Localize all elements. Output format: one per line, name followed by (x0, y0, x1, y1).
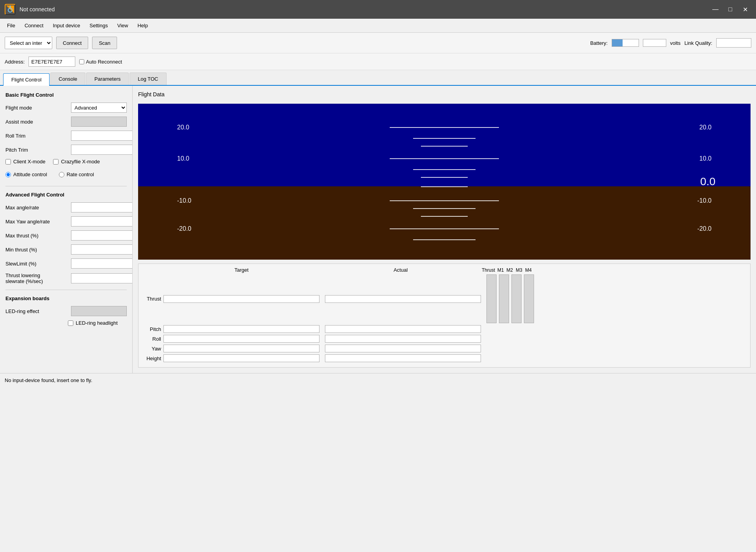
tab-flight-control[interactable]: Flight Control (3, 73, 50, 86)
address-input[interactable] (28, 57, 75, 67)
slew-limit-input[interactable]: 45.00 (71, 258, 133, 269)
battery-label: Battery: (590, 40, 608, 46)
basic-section-title: Basic Flight Control (5, 92, 127, 98)
minimize-button[interactable]: — (709, 5, 722, 14)
telem-target-bar-height (163, 354, 319, 362)
thrust-lowering-label2: slewrate (%/sec) (5, 278, 68, 284)
auto-reconnect-checkbox[interactable] (79, 59, 84, 64)
assist-mode-row: Assist mode (5, 117, 127, 127)
thrust-motor-label: Thrust (482, 267, 495, 273)
thrust-lowering-label: Thrust lowering (5, 272, 68, 278)
telem-label-pitch: Pitch (142, 326, 161, 332)
section-divider-2 (5, 290, 127, 290)
min-thrust-input[interactable]: 25.00 (71, 244, 133, 255)
crazyflie-xmode-label: Crazyflie X-mode (61, 159, 100, 165)
pitch-trim-input[interactable]: 0.00 (71, 145, 133, 155)
tab-parameters[interactable]: Parameters (86, 73, 129, 85)
battery-bar (612, 39, 639, 47)
max-angle-label: Max angle/rate (5, 205, 68, 211)
pitch-line (413, 169, 476, 170)
roll-trim-row: Roll Trim 0.00 ▲ ▼ (5, 131, 127, 141)
menu-connect[interactable]: Connect (21, 21, 47, 30)
attitude-ground (138, 186, 751, 260)
scan-button[interactable]: Scan (92, 37, 117, 49)
flight-mode-label: Flight mode (5, 105, 68, 111)
auto-reconnect-checkbox-label[interactable]: Auto Reconnect (79, 59, 122, 65)
auto-reconnect-label: Auto Reconnect (86, 59, 122, 65)
min-thrust-label: Min thrust (%) (5, 247, 68, 253)
led-headlight-checkbox[interactable] (68, 320, 73, 326)
telem-label-roll: Roll (142, 336, 161, 342)
pitch-line-group (138, 146, 751, 147)
titlebar: Not connected — □ ✕ (0, 0, 756, 19)
telemetry-row: Thrust (142, 274, 747, 323)
maximize-button[interactable]: □ (724, 5, 736, 14)
telemetry-row: Pitch (142, 325, 747, 333)
assist-mode-label: Assist mode (5, 119, 68, 125)
max-thrust-input[interactable]: 80.00 (71, 230, 133, 241)
app-logo (5, 4, 16, 15)
pitch-label-left: 10.0 (177, 155, 189, 162)
status-message: No input-device found, insert one to fly… (5, 377, 92, 383)
max-thrust-label: Max thrust (%) (5, 233, 68, 239)
pitch-line-group: 10.010.0 (138, 158, 751, 159)
crazyflie-xmode-checkbox[interactable] (53, 159, 59, 165)
max-angle-input[interactable]: 30 (71, 202, 133, 212)
attitude-control-label: Attitude control (13, 172, 47, 177)
telem-target-bar-yaw (163, 345, 319, 352)
left-panel: Basic Flight Control Flight mode Advance… (0, 86, 133, 373)
right-panel: Flight Data 20.020.010.010.0-10.0-10.0-2… (133, 86, 756, 373)
interface-select[interactable]: Select an inter (5, 37, 52, 49)
max-angle-row: Max angle/rate 30 ▲ ▼ (5, 202, 127, 212)
pitch-line (390, 158, 499, 159)
rate-control-radio[interactable] (59, 172, 64, 177)
client-xmode-row: Client X-mode (5, 159, 45, 165)
expansion-section-title: Expansion boards (5, 295, 127, 301)
led-ring-row: LED-ring effect (5, 306, 127, 316)
telemetry-row: Yaw (142, 345, 747, 352)
roll-trim-spin: 0.00 ▲ ▼ (71, 131, 133, 141)
menu-settings[interactable]: Settings (85, 21, 112, 30)
tab-console[interactable]: Console (50, 73, 85, 85)
address-label: Address: (5, 59, 25, 65)
telem-target-bar-roll (163, 335, 319, 343)
link-quality-label: Link Quality: (684, 40, 712, 46)
max-thrust-row: Max thrust (%) 80.00 ▲ ▼ (5, 230, 127, 241)
attitude-control-radio[interactable] (5, 172, 11, 177)
max-yaw-input[interactable]: 200 (71, 216, 133, 226)
min-thrust-row: Min thrust (%) 25.00 ▲ ▼ (5, 244, 127, 255)
max-yaw-spin: 200 ▲ ▼ (71, 216, 133, 226)
telemetry-rows: ThrustPitchRollYawHeight (142, 274, 747, 362)
volts-display (643, 39, 666, 47)
pitch-trim-spin: 0.00 ▲ ▼ (71, 145, 133, 155)
connect-button[interactable]: Connect (56, 37, 88, 49)
motor-bar-m3 (511, 274, 522, 323)
advanced-section-title: Advanced Flight Control (5, 192, 127, 198)
roll-trim-input[interactable]: 0.00 (71, 131, 133, 141)
close-button[interactable]: ✕ (739, 5, 751, 14)
pitch-trim-row: Pitch Trim 0.00 ▲ ▼ (5, 145, 127, 155)
menu-input-device[interactable]: Input device (49, 21, 84, 30)
pitch-label-right: 10.0 (699, 155, 712, 162)
max-thrust-spin: 80.00 ▲ ▼ (71, 230, 133, 241)
max-angle-spin: 30 ▲ ▼ (71, 202, 133, 212)
thrust-lowering-input[interactable]: 30.00 (71, 273, 133, 283)
pitch-line-group (138, 169, 751, 170)
max-yaw-label: Max Yaw angle/rate (5, 219, 68, 225)
pitch-line-group (138, 138, 751, 139)
client-xmode-checkbox[interactable] (5, 159, 11, 165)
led-headlight-label: LED-ring headlight (76, 320, 118, 326)
pitch-line (390, 127, 499, 128)
menu-view[interactable]: View (113, 21, 132, 30)
flight-mode-select[interactable]: Advanced Normal (71, 103, 127, 113)
tab-log-toc[interactable]: Log TOC (130, 73, 166, 85)
volts-label: volts (670, 40, 681, 46)
m2-header: M2 (506, 267, 513, 273)
menu-file[interactable]: File (3, 21, 19, 30)
motor-bar-fill-m1 (486, 274, 497, 323)
slew-limit-row: SlewLimit (%) 45.00 ▲ ▼ (5, 258, 127, 269)
actual-header: Actual (323, 267, 479, 273)
menu-help[interactable]: Help (133, 21, 152, 30)
titlebar-left: Not connected (5, 4, 55, 15)
menubar: File Connect Input device Settings View … (0, 19, 756, 33)
